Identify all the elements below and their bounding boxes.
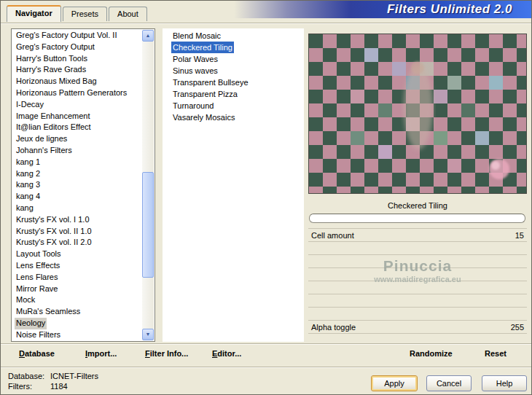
param-row bbox=[308, 242, 527, 255]
filter-item[interactable]: Transparent Bullseye bbox=[163, 77, 304, 88]
import-button[interactable]: Import... bbox=[85, 349, 117, 358]
command-bar-divider bbox=[1, 343, 531, 345]
filter-item[interactable]: Sinus waves bbox=[163, 65, 304, 77]
preview-image[interactable] bbox=[308, 34, 527, 194]
category-scrollbar[interactable]: ▲ ▼ bbox=[142, 30, 154, 340]
filter-item[interactable]: Polar Waves bbox=[163, 53, 304, 65]
param-row bbox=[308, 255, 527, 268]
category-item[interactable]: Horizonaus Pattern Generators bbox=[12, 87, 143, 99]
active-filter-title: Checkered Tiling bbox=[308, 199, 527, 212]
category-item[interactable]: kang 1 bbox=[12, 157, 143, 168]
scroll-up-icon[interactable]: ▲ bbox=[142, 30, 154, 42]
reset-button[interactable]: Reset bbox=[485, 349, 506, 358]
category-item[interactable]: kang 4 bbox=[12, 191, 143, 203]
param-row: Alpha toggle255 bbox=[308, 321, 527, 334]
filter-item[interactable]: Turnaround bbox=[163, 100, 304, 112]
category-item[interactable]: Krusty's FX vol. II 2.0 bbox=[12, 237, 143, 249]
status-database-row: Database:ICNET-Filters bbox=[8, 371, 98, 381]
param-label: Cell amount bbox=[311, 229, 354, 241]
tab-presets[interactable]: Presets bbox=[63, 7, 107, 21]
editor-button[interactable]: Editor... bbox=[212, 349, 241, 358]
category-list-items: Greg's Factory Output Vol. IIGreg's Fact… bbox=[12, 29, 143, 341]
category-item[interactable]: Layout Tools bbox=[12, 249, 143, 260]
filter-item[interactable]: Checkered Tiling bbox=[163, 42, 304, 53]
randomize-button[interactable]: Randomize bbox=[410, 349, 453, 358]
category-item[interactable]: MuRa's Seamless bbox=[12, 306, 143, 318]
category-item[interactable]: Johann's Filters bbox=[12, 145, 143, 157]
status-filters-label: Filters: bbox=[8, 381, 50, 391]
status-filters-value: 1184 bbox=[50, 382, 68, 391]
category-item[interactable]: kang 3 bbox=[12, 179, 143, 191]
param-row bbox=[308, 281, 527, 294]
tab-about[interactable]: About bbox=[109, 7, 147, 21]
filter-item[interactable]: Vasarely Mosaics bbox=[163, 112, 304, 123]
param-row bbox=[308, 268, 527, 281]
category-item[interactable]: Horizonaus Mixed Bag bbox=[12, 76, 143, 87]
status-text: Database:ICNET-Filters Filters:1184 bbox=[8, 371, 98, 391]
category-item[interactable]: I-Decay bbox=[12, 99, 143, 111]
status-bar-divider bbox=[1, 367, 531, 368]
help-button[interactable]: Help bbox=[482, 375, 527, 391]
tab-strip-divider bbox=[1, 23, 531, 24]
category-item[interactable]: It@lian Editors Effect bbox=[12, 122, 143, 133]
category-listbox: Greg's Factory Output Vol. IIGreg's Fact… bbox=[11, 28, 155, 342]
category-item[interactable]: Lens Effects bbox=[12, 260, 143, 272]
parameter-table: Cell amount15Alpha toggle255 bbox=[308, 228, 527, 334]
scrollbar-thumb[interactable] bbox=[142, 172, 154, 278]
param-value[interactable]: 255 bbox=[511, 321, 524, 333]
status-database-label: Database: bbox=[8, 371, 50, 381]
category-item[interactable]: Greg's Factory Output bbox=[12, 42, 143, 53]
filter-listbox: Blend MosaicCheckered TilingPolar WavesS… bbox=[163, 28, 304, 342]
apply-button[interactable]: Apply bbox=[371, 375, 418, 391]
status-filters-row: Filters:1184 bbox=[8, 381, 98, 391]
param-value[interactable]: 15 bbox=[515, 229, 524, 241]
filter-item[interactable]: Blend Mosaic bbox=[163, 30, 304, 42]
category-item[interactable]: Neology bbox=[12, 318, 143, 329]
category-item[interactable]: Lens Flares bbox=[12, 272, 143, 283]
category-item[interactable]: Krusty's FX vol. I 1.0 bbox=[12, 214, 143, 226]
scroll-down-icon[interactable]: ▼ bbox=[142, 329, 154, 340]
preview-progress-bar bbox=[309, 214, 525, 223]
category-item[interactable]: Mock bbox=[12, 294, 143, 306]
param-row bbox=[308, 308, 527, 321]
category-item[interactable]: Image Enhancement bbox=[12, 111, 143, 122]
filter-info-button[interactable]: Filter Info... bbox=[145, 349, 188, 358]
category-item[interactable]: Noise Filters bbox=[12, 329, 143, 341]
filter-item[interactable]: Transparent Pizza bbox=[163, 88, 304, 100]
param-row: Cell amount15 bbox=[308, 229, 527, 242]
param-label: Alpha toggle bbox=[311, 321, 356, 333]
cancel-button[interactable]: Cancel bbox=[426, 375, 472, 391]
category-item[interactable]: Krusty's FX vol. II 1.0 bbox=[12, 226, 143, 238]
category-item[interactable]: kang 2 bbox=[12, 168, 143, 180]
category-item[interactable]: Harry's Rave Grads bbox=[12, 64, 143, 76]
param-row bbox=[308, 294, 527, 308]
database-button[interactable]: Database bbox=[19, 349, 55, 358]
category-item[interactable]: kang bbox=[12, 203, 143, 214]
status-database-value: ICNET-Filters bbox=[50, 372, 98, 380]
preview-overlay bbox=[309, 34, 526, 193]
tab-navigator[interactable]: Navigator bbox=[7, 5, 61, 22]
category-item[interactable]: Mirror Rave bbox=[12, 283, 143, 295]
category-item[interactable]: Jeux de lignes bbox=[12, 133, 143, 145]
filters-unlimited-window: Filters Unlimited 2.0 NavigatorPresetsAb… bbox=[0, 0, 532, 395]
filter-list-items: Blend MosaicCheckered TilingPolar WavesS… bbox=[163, 30, 304, 123]
tab-strip: NavigatorPresetsAbout bbox=[7, 5, 147, 21]
window-title: Filters Unlimited 2.0 bbox=[387, 2, 512, 17]
category-item[interactable]: Harry's Button Tools bbox=[12, 53, 143, 65]
category-item[interactable]: Greg's Factory Output Vol. II bbox=[12, 30, 143, 42]
